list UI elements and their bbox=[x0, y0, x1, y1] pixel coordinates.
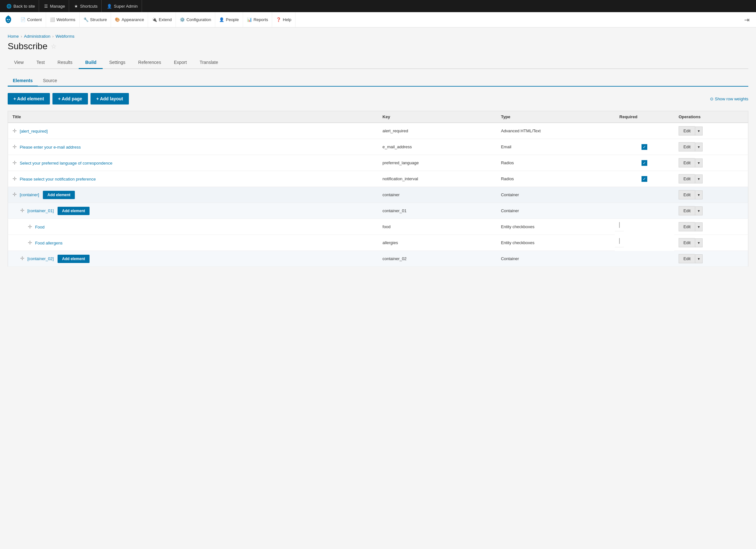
drag-handle-icon[interactable]: ✛ bbox=[12, 128, 17, 134]
inline-add-element-button[interactable]: Add element bbox=[58, 207, 90, 215]
element-type: Radios bbox=[496, 171, 615, 187]
element-key: container_02 bbox=[378, 251, 496, 267]
element-type: Entity checkboxes bbox=[496, 235, 615, 251]
structure-icon: 🔧 bbox=[83, 17, 89, 22]
tab-build[interactable]: Build bbox=[79, 57, 103, 69]
element-title-link[interactable]: [container] bbox=[20, 192, 39, 197]
edit-dropdown-button[interactable]: ▾ bbox=[695, 143, 703, 152]
edit-dropdown-button[interactable]: ▾ bbox=[695, 191, 703, 200]
element-title-link[interactable]: Food allergens bbox=[35, 241, 63, 246]
edit-button[interactable]: Edit bbox=[679, 238, 695, 247]
required-checkbox-checked[interactable]: ✓ bbox=[642, 144, 647, 150]
subtab-elements[interactable]: Elements bbox=[8, 75, 38, 87]
back-to-site-btn[interactable]: 🌐 Back to site bbox=[3, 0, 39, 12]
shortcuts-btn[interactable]: ★ Shortcuts bbox=[70, 0, 102, 12]
edit-button[interactable]: Edit bbox=[679, 254, 695, 263]
manage-btn[interactable]: ☰ Manage bbox=[40, 0, 69, 12]
edit-dropdown-button[interactable]: ▾ bbox=[695, 159, 703, 168]
tab-export[interactable]: Export bbox=[168, 57, 193, 69]
table-row: ✛ Select your preferred language of corr… bbox=[8, 155, 748, 171]
svg-point-0 bbox=[7, 19, 8, 20]
edit-dropdown-button[interactable]: ▾ bbox=[695, 207, 703, 216]
element-title-link[interactable]: Food bbox=[35, 225, 45, 230]
element-title-link[interactable]: [container_01] bbox=[28, 208, 54, 213]
add-page-button[interactable]: + Add page bbox=[52, 93, 88, 105]
nav-structure[interactable]: 🔧 Structure bbox=[80, 12, 111, 27]
tab-translate[interactable]: Translate bbox=[193, 57, 224, 69]
drag-handle-icon[interactable]: ✛ bbox=[20, 256, 24, 261]
people-icon: 👤 bbox=[219, 17, 224, 22]
content-icon: 📄 bbox=[20, 17, 26, 22]
inline-add-element-button[interactable]: Add element bbox=[43, 191, 75, 199]
tab-results[interactable]: Results bbox=[51, 57, 79, 69]
drag-handle-icon[interactable]: ✛ bbox=[20, 208, 24, 213]
breadcrumb-administration[interactable]: Administration bbox=[24, 34, 50, 39]
nav-people[interactable]: 👤 People bbox=[215, 12, 243, 27]
element-operations: Edit▾ bbox=[674, 203, 748, 219]
table-row: ✛ FoodfoodEntity checkboxesEdit▾ bbox=[8, 219, 748, 235]
add-element-button[interactable]: + Add element bbox=[8, 93, 50, 105]
nav-appearance[interactable]: 🎨 Appearance bbox=[111, 12, 148, 27]
nav-toggle[interactable]: ⇥ bbox=[740, 16, 753, 24]
required-checkbox-checked[interactable]: ✓ bbox=[642, 160, 647, 166]
show-row-weights[interactable]: ⊙ Show row weights bbox=[710, 97, 748, 101]
edit-button-group: Edit▾ bbox=[679, 174, 744, 184]
nav-webforms[interactable]: ⬜ Webforms bbox=[46, 12, 80, 27]
tab-view[interactable]: View bbox=[8, 57, 30, 69]
nav-content[interactable]: 📄 Content bbox=[17, 12, 46, 27]
nav-extend[interactable]: 🔌 Extend bbox=[148, 12, 176, 27]
add-layout-button[interactable]: + Add layout bbox=[91, 93, 129, 105]
super-admin-btn[interactable]: 👤 Super Admin bbox=[103, 0, 142, 12]
star-icon: ★ bbox=[74, 4, 78, 9]
nav-reports[interactable]: 📊 Reports bbox=[243, 12, 272, 27]
page-title-container: Subscribe ☆ bbox=[8, 41, 748, 51]
edit-button-group: Edit▾ bbox=[679, 238, 744, 247]
element-title-link[interactable]: [container_02] bbox=[28, 256, 54, 261]
drag-handle-icon[interactable]: ✛ bbox=[12, 192, 17, 197]
element-title-link[interactable]: Please enter your e-mail address bbox=[20, 145, 81, 150]
edit-dropdown-button[interactable]: ▾ bbox=[695, 255, 703, 263]
edit-button[interactable]: Edit bbox=[679, 174, 695, 184]
edit-dropdown-button[interactable]: ▾ bbox=[695, 239, 703, 247]
breadcrumb-home[interactable]: Home bbox=[8, 34, 19, 39]
element-required: ✓ bbox=[615, 171, 674, 187]
tab-test[interactable]: Test bbox=[30, 57, 51, 69]
required-checkbox-unchecked[interactable] bbox=[619, 238, 620, 244]
element-title-link[interactable]: Select your preferred language of corres… bbox=[20, 161, 113, 166]
element-required bbox=[615, 235, 624, 247]
edit-button[interactable]: Edit bbox=[679, 126, 695, 136]
drag-handle-icon[interactable]: ✛ bbox=[12, 160, 17, 166]
tab-settings[interactable]: Settings bbox=[103, 57, 132, 69]
user-icon: 👤 bbox=[107, 4, 112, 9]
drag-handle-icon[interactable]: ✛ bbox=[28, 240, 32, 246]
page-title: Subscribe bbox=[8, 41, 48, 51]
drag-handle-icon[interactable]: ✛ bbox=[12, 176, 17, 182]
element-required bbox=[615, 187, 674, 203]
breadcrumb-webforms[interactable]: Webforms bbox=[56, 34, 75, 39]
edit-button[interactable]: Edit bbox=[679, 222, 695, 232]
drag-handle-icon[interactable]: ✛ bbox=[28, 224, 32, 230]
globe-icon: 🌐 bbox=[6, 4, 12, 9]
tab-references[interactable]: References bbox=[132, 57, 168, 69]
bookmark-star-icon[interactable]: ☆ bbox=[51, 43, 57, 50]
element-key: preferred_language bbox=[378, 155, 496, 171]
table-row: ✛ Please select your notification prefer… bbox=[8, 171, 748, 187]
drupal-logo[interactable] bbox=[3, 14, 14, 26]
required-checkbox-checked[interactable]: ✓ bbox=[642, 176, 647, 182]
element-title-link[interactable]: [alert_required] bbox=[20, 129, 48, 134]
edit-dropdown-button[interactable]: ▾ bbox=[695, 175, 703, 184]
edit-button[interactable]: Edit bbox=[679, 158, 695, 168]
subtab-source[interactable]: Source bbox=[38, 75, 62, 87]
element-title-link[interactable]: Please select your notification preferen… bbox=[20, 177, 96, 182]
edit-button[interactable]: Edit bbox=[679, 142, 695, 152]
nav-help[interactable]: ❓ Help bbox=[272, 12, 295, 27]
edit-dropdown-button[interactable]: ▾ bbox=[695, 223, 703, 232]
edit-button[interactable]: Edit bbox=[679, 190, 695, 200]
main-content: Home › Administration › Webforms Subscri… bbox=[0, 27, 756, 549]
nav-configuration[interactable]: ⚙️ Configuration bbox=[176, 12, 215, 27]
edit-button[interactable]: Edit bbox=[679, 206, 695, 216]
drag-handle-icon[interactable]: ✛ bbox=[12, 144, 17, 150]
edit-dropdown-button[interactable]: ▾ bbox=[695, 127, 703, 136]
inline-add-element-button[interactable]: Add element bbox=[58, 255, 90, 263]
required-checkbox-unchecked[interactable] bbox=[619, 222, 620, 228]
